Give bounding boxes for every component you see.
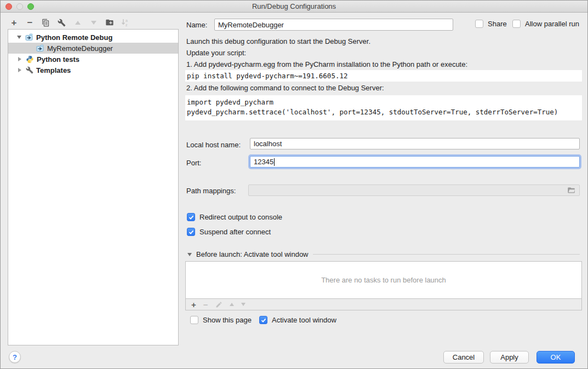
tree-item-templates[interactable]: Templates [8, 65, 178, 76]
path-mappings-label: Path mappings: [186, 187, 236, 195]
cancel-button[interactable]: Cancel [443, 351, 484, 364]
configurations-toolbar: + − az [9, 17, 130, 28]
chevron-expanded-icon[interactable] [17, 36, 21, 39]
show-this-page-label: Show this page [203, 316, 252, 324]
wrench-icon [26, 66, 33, 74]
browse-folder-icon[interactable] [567, 186, 576, 194]
section-collapse-icon[interactable] [187, 253, 192, 256]
minimize-window-icon[interactable] [16, 3, 23, 10]
text-cursor [274, 158, 275, 166]
checkbox-checked-icon[interactable] [259, 316, 267, 324]
settrace-code-block: import pydevd_pycharm pydevd_pycharm.set… [185, 95, 582, 120]
help-button[interactable]: ? [9, 351, 21, 363]
tree-item-myremotedebugger[interactable]: MyRemoteDebugger [8, 43, 178, 54]
edit-defaults-icon [58, 19, 66, 27]
remove-configuration-button[interactable]: − [25, 18, 35, 27]
local-host-name-input[interactable]: localhost [250, 138, 580, 149]
before-launch-section-header[interactable]: Before launch: Activate tool window [187, 250, 580, 258]
allow-parallel-run-checkbox[interactable]: Allow parallel run [512, 20, 579, 28]
add-task-icon[interactable]: + [191, 301, 196, 309]
apply-button[interactable]: Apply [490, 351, 529, 364]
allow-parallel-run-label: Allow parallel run [525, 20, 579, 28]
instruction-line-1: Launch this debug configuration to start… [186, 37, 370, 45]
question-mark-icon: ? [13, 353, 17, 361]
move-up-button[interactable] [73, 18, 82, 27]
checkbox-unchecked-icon[interactable] [475, 20, 483, 28]
remove-task-icon[interactable]: − [203, 301, 208, 309]
activate-tool-window-checkbox[interactable]: Activate tool window [259, 316, 336, 324]
new-folder-button[interactable] [105, 18, 114, 27]
share-checkbox[interactable]: Share [475, 20, 507, 28]
edit-defaults-button[interactable] [57, 18, 66, 27]
new-folder-icon [105, 18, 114, 27]
path-mappings-input[interactable] [248, 184, 580, 196]
ok-button[interactable]: OK [536, 351, 575, 364]
copy-icon [42, 19, 50, 27]
tasks-empty-message: There are no tasks to run before launch [186, 262, 581, 298]
remove-icon: − [27, 18, 33, 27]
zoom-window-icon[interactable] [27, 3, 34, 10]
svg-text:a: a [125, 19, 128, 22]
suspend-after-connect-label: Suspend after connect [199, 228, 271, 236]
section-divider [313, 254, 580, 255]
close-window-icon[interactable] [5, 3, 12, 10]
before-launch-title: Before launch: Activate tool window [196, 250, 309, 258]
copy-configuration-button[interactable] [41, 18, 50, 27]
window-controls [5, 3, 34, 10]
sort-configurations-button[interactable]: az [121, 18, 130, 27]
pip-install-code-block: pip install pydevd-pycharm~=191.6605.12 [185, 70, 582, 82]
tree-item-python-tests[interactable]: Python tests [8, 54, 178, 65]
settrace-code-line-1: import pydevd_pycharm [185, 97, 582, 107]
move-up-icon [75, 21, 81, 25]
checkbox-unchecked-icon[interactable] [190, 316, 198, 324]
before-launch-tasks-panel: There are no tasks to run before launch … [185, 261, 582, 310]
suspend-after-connect-checkbox[interactable]: Suspend after connect [187, 228, 271, 236]
name-input-value: MyRemoteDebugger [218, 21, 284, 29]
python-icon [26, 55, 34, 64]
instruction-step-2: 2. Add the following command to connect … [186, 84, 384, 92]
chevron-collapsed-icon[interactable] [18, 57, 21, 61]
port-input[interactable]: 12345 [250, 156, 580, 168]
name-label: Name: [186, 21, 207, 29]
local-host-name-label: Local host name: [186, 141, 241, 149]
run-debug-configurations-dialog: Run/Debug Configurations + − az Python R… [0, 0, 588, 369]
tree-item-label: MyRemoteDebugger [47, 44, 113, 53]
instruction-line-2: Update your script: [186, 49, 246, 57]
move-task-up-icon[interactable] [230, 303, 234, 306]
activate-tool-window-label: Activate tool window [272, 316, 336, 324]
add-configuration-button[interactable]: + [9, 18, 19, 27]
move-down-icon [91, 21, 96, 25]
port-label: Port: [186, 159, 201, 167]
edit-task-icon[interactable] [215, 301, 222, 308]
chevron-collapsed-icon[interactable] [18, 68, 21, 72]
checkbox-checked-icon[interactable] [187, 228, 195, 236]
settrace-code-line-2: pydevd_pycharm.settrace('localhost', por… [185, 107, 582, 117]
share-checkbox-label: Share [488, 20, 507, 28]
move-task-down-icon[interactable] [241, 303, 246, 306]
redirect-output-label: Redirect output to console [199, 213, 282, 221]
svg-text:z: z [125, 23, 128, 27]
tree-item-label: Python tests [37, 55, 79, 64]
name-input[interactable]: MyRemoteDebugger [214, 19, 453, 31]
sort-icon: az [121, 18, 129, 27]
checkbox-unchecked-icon[interactable] [512, 20, 521, 28]
show-this-page-checkbox[interactable]: Show this page [190, 316, 252, 324]
tree-item-label: Python Remote Debug [36, 33, 112, 42]
remote-debug-icon [36, 44, 44, 53]
instruction-step-1: 1. Add pydevd-pycharm.egg from the PyCha… [186, 60, 467, 68]
port-value: 12345 [254, 158, 273, 166]
local-host-name-value: localhost [254, 140, 282, 148]
remote-debug-icon [25, 33, 33, 42]
pip-install-command: pip install pydevd-pycharm~=191.6605.12 [185, 71, 348, 81]
redirect-output-checkbox[interactable]: Redirect output to console [187, 213, 282, 221]
add-icon: + [12, 18, 17, 27]
move-down-button[interactable] [89, 18, 98, 27]
checkbox-checked-icon[interactable] [187, 213, 195, 221]
window-title: Run/Debug Configurations [252, 2, 336, 10]
tree-item-label: Templates [36, 66, 71, 74]
configurations-tree: Python Remote Debug MyRemoteDebugger Pyt… [8, 29, 179, 345]
title-bar[interactable]: Run/Debug Configurations [1, 1, 587, 13]
tasks-toolbar: + − [186, 298, 581, 310]
tree-item-python-remote-debug[interactable]: Python Remote Debug [8, 32, 178, 43]
